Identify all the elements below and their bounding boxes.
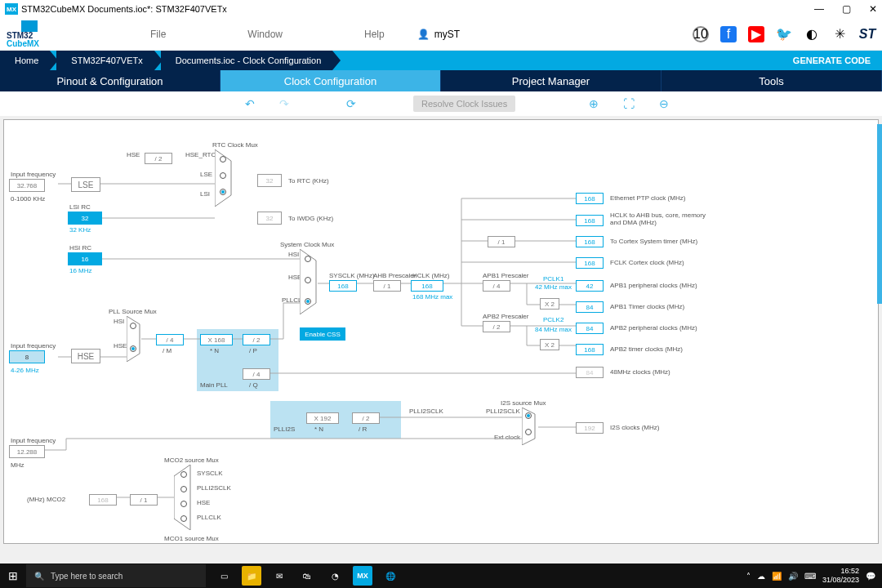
network-icon[interactable]: ✳ bbox=[831, 26, 848, 42]
refresh-icon[interactable]: ⟳ bbox=[346, 97, 356, 110]
social-icons: 10 f ▶ 🐦 ◐ ✳ ST bbox=[693, 26, 875, 42]
tab-pinout[interactable]: Pinout & Configuration bbox=[0, 70, 220, 91]
generate-code-button[interactable]: GENERATE CODE bbox=[782, 52, 882, 69]
crumb-doc[interactable]: Documents.ioc - Clock Configuration bbox=[161, 51, 333, 70]
toolbar: ↶ ↷ ⟳ Resolve Clock Issues ⊕ ⛶ ⊖ bbox=[0, 91, 882, 116]
mail-icon[interactable]: ✉ bbox=[270, 566, 289, 586]
tab-tools[interactable]: Tools bbox=[662, 70, 882, 91]
start-button[interactable]: ⊞ bbox=[0, 564, 26, 588]
tray-wifi-icon[interactable]: 📶 bbox=[772, 572, 782, 581]
wires bbox=[4, 120, 878, 543]
redo-icon[interactable]: ↷ bbox=[279, 97, 289, 110]
facebook-icon[interactable]: f bbox=[720, 26, 737, 42]
crumb-chip[interactable]: STM32F407VETx bbox=[56, 51, 154, 70]
fit-screen-icon[interactable]: ⛶ bbox=[623, 97, 635, 110]
search-input[interactable]: 🔍 Type here to search bbox=[26, 564, 206, 587]
tray-lang-icon[interactable]: ⌨ bbox=[804, 572, 816, 581]
menu-file[interactable]: File bbox=[150, 29, 166, 40]
crumb-home[interactable]: Home bbox=[0, 51, 50, 70]
tray-sound-icon[interactable]: 🔊 bbox=[788, 572, 798, 581]
github-icon[interactable]: ◐ bbox=[804, 26, 820, 42]
minimize-button[interactable]: — bbox=[814, 3, 824, 15]
resolve-clock-button[interactable]: Resolve Clock Issues bbox=[413, 96, 515, 112]
copilot-icon[interactable]: ◔ bbox=[325, 566, 345, 586]
cubemx-taskbar-icon[interactable]: MX bbox=[353, 566, 372, 586]
breadcrumb: Home STM32F407VETx Documents.ioc - Clock… bbox=[0, 51, 882, 70]
taskbar: ⊞ 🔍 Type here to search ▭ 📁 ✉ 🛍 ◔ MX 🌐 ˄… bbox=[0, 564, 882, 588]
maximize-button[interactable]: ▢ bbox=[842, 3, 851, 15]
close-button[interactable]: ✕ bbox=[869, 3, 877, 15]
window-title: STM32CubeMX Documents.ioc*: STM32F407VET… bbox=[21, 4, 227, 14]
twitter-icon[interactable]: 🐦 bbox=[776, 26, 792, 42]
zoom-in-icon[interactable]: ⊕ bbox=[589, 97, 599, 110]
clock-diagram[interactable]: Input frequency 32.768 0-1000 KHz Input … bbox=[3, 119, 879, 544]
window-controls: — ▢ ✕ bbox=[814, 3, 877, 15]
explorer-icon[interactable]: 📁 bbox=[242, 566, 261, 586]
titlebar: MX STM32CubeMX Documents.ioc*: STM32F407… bbox=[0, 0, 882, 18]
store-icon[interactable]: 🛍 bbox=[297, 566, 317, 586]
tab-project-manager[interactable]: Project Manager bbox=[441, 70, 662, 91]
st-logo-icon[interactable]: ST bbox=[859, 26, 875, 42]
clock[interactable]: 16:52 31/08/2023 bbox=[822, 567, 859, 585]
youtube-icon[interactable]: ▶ bbox=[748, 26, 764, 42]
myst-link[interactable]: 👤 myST bbox=[417, 29, 460, 40]
user-icon: 👤 bbox=[417, 29, 430, 40]
tray-up-icon[interactable]: ˄ bbox=[746, 572, 751, 581]
life-icon[interactable]: 10 bbox=[693, 26, 709, 42]
scrollbar[interactable] bbox=[877, 124, 882, 304]
taskview-icon[interactable]: ▭ bbox=[214, 566, 234, 586]
zoom-out-icon[interactable]: ⊖ bbox=[659, 97, 669, 110]
search-icon: 🔍 bbox=[34, 572, 44, 581]
menu-help[interactable]: Help bbox=[364, 29, 385, 40]
tray-cloud-icon[interactable]: ☁ bbox=[757, 572, 765, 581]
undo-icon[interactable]: ↶ bbox=[245, 97, 255, 110]
logo: STM32 CubeMX bbox=[7, 20, 52, 48]
app-icon: MX bbox=[5, 3, 18, 15]
main-tabs: Pinout & Configuration Clock Configurati… bbox=[0, 70, 882, 91]
tab-clock[interactable]: Clock Configuration bbox=[220, 70, 441, 91]
menubar: STM32 CubeMX File Window Help 👤 myST 10 … bbox=[0, 18, 882, 51]
chrome-icon[interactable]: 🌐 bbox=[381, 566, 400, 586]
notifications-icon[interactable]: 💬 bbox=[866, 572, 875, 581]
menu-window[interactable]: Window bbox=[247, 29, 283, 40]
